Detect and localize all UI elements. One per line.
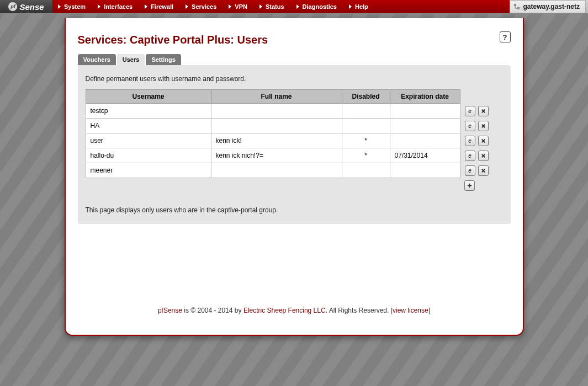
col-fullname: Full name [211,90,342,104]
edit-icon: e [468,153,472,159]
main-menu: SystemInterfacesFirewallServicesVPNStatu… [54,0,510,13]
edit-button[interactable]: e [465,165,475,176]
cell-disabled: * [342,148,390,163]
footer: pfSense is © 2004 - 2014 by Electric She… [78,307,511,314]
table-row: userkenn ick!*e [86,133,496,148]
edit-icon: e [468,168,472,174]
table-row: hallo-dukenn ick nich!?=*07/31/2014e [86,148,496,163]
tab-users[interactable]: Users [117,54,145,65]
help-icon: ? [503,33,507,41]
table-row: testcpe [86,104,496,119]
footer-brand: pfSense [158,307,182,314]
menu-services[interactable]: Services [181,0,224,13]
row-actions: e [460,104,496,119]
x-icon [480,153,486,159]
x-icon [480,168,486,174]
row-actions: e [460,148,496,163]
page-title: Services: Captive Portal Plus: Users [78,34,511,46]
logo-icon: pf [8,2,17,11]
edit-button[interactable]: e [465,151,475,161]
cell-username: testcp [86,104,211,119]
add-user-button[interactable] [464,180,475,191]
network-icon [513,3,520,10]
footer-license-link[interactable]: view license [393,307,428,314]
cell-expiration [390,104,460,119]
cell-disabled [342,104,390,119]
delete-button[interactable] [478,121,489,131]
row-actions: e [460,133,496,148]
delete-button[interactable] [478,106,489,116]
caret-icon [145,4,147,9]
tab-settings[interactable]: Settings [146,54,181,65]
menu-interfaces[interactable]: Interfaces [93,0,140,13]
cell-expiration [390,119,460,133]
table-row: HAe [86,119,496,133]
plus-icon [467,183,473,189]
cell-username: meener [86,163,211,178]
page-container: ? Services: Captive Portal Plus: Users V… [65,18,524,336]
caret-icon [296,4,299,9]
menu-status[interactable]: Status [255,0,292,13]
delete-button[interactable] [478,151,489,161]
table-header-row: Username Full name Disabled Expiration d… [86,90,496,104]
menu-diagnostics[interactable]: Diagnostics [292,0,345,13]
panel-note: This page displays only users who are in… [86,206,503,214]
edit-icon: e [468,138,472,144]
edit-icon: e [468,108,472,114]
edit-button[interactable]: e [465,136,475,146]
content-panel: Define permanent users with username and… [78,65,511,224]
panel-description: Define permanent users with username and… [86,75,503,83]
logo-text: Sense [19,2,44,12]
edit-icon: e [468,123,472,129]
cell-fullname: kenn ick! [211,133,342,148]
menu-vpn[interactable]: VPN [224,0,255,13]
x-icon [480,108,486,114]
cell-fullname [211,104,342,119]
svg-rect-0 [514,4,516,6]
delete-button[interactable] [478,136,489,146]
logo[interactable]: pf Sense [0,0,54,13]
edit-button[interactable]: e [465,121,475,131]
cell-disabled: * [342,133,390,148]
edit-button[interactable]: e [465,106,475,116]
tab-vouchers[interactable]: Vouchers [78,54,116,65]
cell-fullname [211,163,342,178]
menu-help[interactable]: Help [345,0,376,13]
cell-fullname [211,119,342,133]
caret-icon [349,4,352,9]
footer-company-link[interactable]: Electric Sheep Fencing LLC [243,307,326,314]
cell-username: HA [86,119,211,133]
cell-username: user [86,133,211,148]
col-expiration: Expiration date [390,90,460,104]
x-icon [480,123,486,129]
hostname-box[interactable]: gateway.gast-netz [510,0,586,13]
caret-icon [98,4,100,9]
cell-expiration: 07/31/2014 [390,148,460,163]
cell-expiration [390,133,460,148]
cell-expiration [390,163,460,178]
x-icon [480,138,486,144]
cell-fullname: kenn ick nich!?= [211,148,342,163]
caret-icon [58,4,61,9]
menu-firewall[interactable]: Firewall [140,0,181,13]
table-row: meenere [86,163,496,178]
cell-disabled [342,163,390,178]
caret-icon [259,4,262,9]
users-table: Username Full name Disabled Expiration d… [86,89,496,193]
caret-icon [229,4,231,9]
top-navbar: pf Sense SystemInterfacesFirewallService… [0,0,588,14]
menu-system[interactable]: System [54,0,93,13]
help-button[interactable]: ? [500,31,511,42]
tab-bar: Vouchers Users Settings [78,54,511,65]
row-actions: e [460,119,496,133]
delete-button[interactable] [478,165,489,176]
svg-rect-1 [517,7,520,9]
hostname-text: gateway.gast-netz [523,3,580,10]
caret-icon [186,4,188,9]
cell-username: hallo-du [86,148,211,163]
row-actions: e [460,163,496,178]
cell-disabled [342,119,390,133]
col-username: Username [86,90,211,104]
col-disabled: Disabled [342,90,390,104]
